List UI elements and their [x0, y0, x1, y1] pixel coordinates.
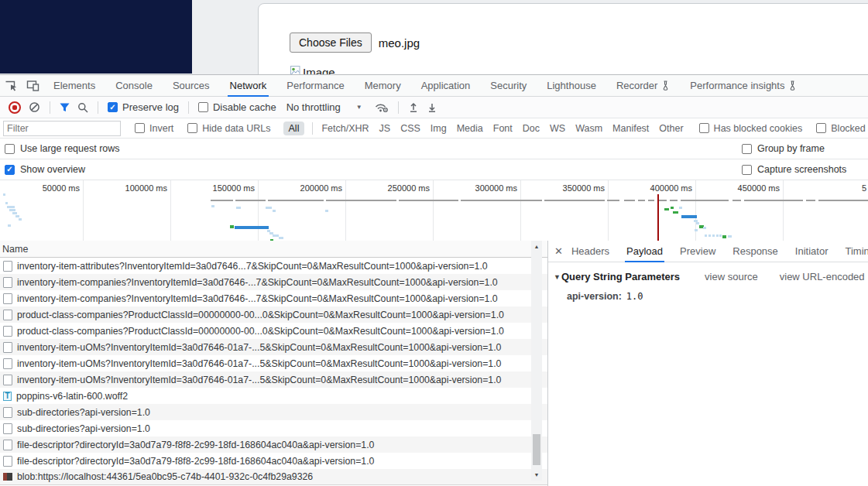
checkbox-unchecked[interactable] [5, 144, 15, 154]
checkbox-unchecked[interactable] [742, 165, 752, 175]
blocked-requests-checkbox[interactable]: Blocked Requests [816, 123, 868, 134]
tab-console[interactable]: Console [105, 75, 163, 96]
details-tab-headers[interactable]: Headers [563, 241, 618, 262]
inspect-element-icon[interactable] [0, 75, 22, 96]
capture-screenshots-label[interactable]: Capture screenshots [757, 164, 846, 175]
request-row[interactable]: inventory-item-uOMs?InventoryItemId=3a0d… [0, 371, 547, 388]
request-row[interactable]: product-class-companies?ProductClassId=0… [0, 323, 547, 339]
checkbox-unchecked[interactable] [816, 123, 826, 133]
request-row[interactable]: blob:https://localhost:44361/5ea0bc95-c7… [0, 469, 547, 485]
filter-type-all[interactable]: All [283, 122, 305, 135]
tab-memory[interactable]: Memory [355, 75, 411, 96]
tab-security[interactable]: Security [480, 75, 537, 96]
filter-type-manifest[interactable]: Manifest [612, 123, 649, 134]
request-row[interactable]: inventory-item-uOMs?InventoryItemId=3a0d… [0, 355, 547, 371]
details-tab-initiator[interactable]: Initiator [787, 241, 837, 262]
disable-cache-checkbox[interactable]: Disable cache [198, 101, 276, 113]
network-overview-timeline[interactable]: 50000 ms100000 ms150000 ms200000 ms25000… [0, 180, 868, 242]
invert-label[interactable]: Invert [149, 123, 173, 134]
checkbox-checked[interactable]: ✓ [108, 102, 118, 112]
waterfall-mark [681, 215, 697, 218]
view-url-encoded-link[interactable]: view URL-encoded [780, 271, 865, 282]
details-tab-preview[interactable]: Preview [671, 241, 724, 262]
device-toolbar-icon[interactable] [22, 75, 43, 96]
tab-network[interactable]: Network [220, 75, 277, 96]
use-large-request-rows-checkbox[interactable]: Use large request rows [5, 143, 120, 154]
checkbox-unchecked[interactable] [187, 123, 197, 133]
request-row[interactable]: inventory-item-uOMs?InventoryItemId=3a0d… [0, 339, 547, 355]
checkbox-unchecked[interactable] [135, 123, 145, 133]
scrollbar-thumb[interactable] [533, 434, 540, 465]
request-row[interactable]: product-class-companies?ProductClassId=0… [0, 306, 547, 323]
filter-type-fetch-xhr[interactable]: Fetch/XHR [321, 123, 369, 134]
group-by-frame-label[interactable]: Group by frame [757, 143, 825, 154]
hide-data-urls-checkbox[interactable]: Hide data URLs [187, 123, 270, 134]
filter-input[interactable] [3, 121, 121, 136]
preserve-log-label[interactable]: Preserve log [122, 101, 179, 113]
request-row[interactable]: file-descriptor?directoryId=3a0d7a79-f8f… [0, 436, 547, 453]
scroll-up-icon[interactable]: ▲ [531, 241, 542, 252]
request-row[interactable]: inventory-item-companies?InventoryItemId… [0, 290, 547, 306]
filter-type-media[interactable]: Media [457, 123, 483, 134]
details-tab-payload[interactable]: Payload [618, 241, 671, 262]
checkbox-unchecked[interactable] [742, 144, 752, 154]
filter-type-css[interactable]: CSS [400, 123, 420, 134]
disable-cache-label[interactable]: Disable cache [213, 101, 276, 113]
has-blocked-cookies-checkbox[interactable]: Has blocked cookies [699, 123, 803, 134]
request-row[interactable]: inventory-item-attributes?InventoryItemI… [0, 258, 547, 274]
filter-type-wasm[interactable]: Wasm [575, 123, 602, 134]
filter-type-doc[interactable]: Doc [523, 123, 540, 134]
view-source-link[interactable]: view source [705, 271, 758, 282]
invert-checkbox[interactable]: Invert [135, 123, 173, 134]
show-overview-label[interactable]: Show overview [20, 164, 85, 175]
network-conditions-icon[interactable] [374, 101, 389, 113]
tab-performance[interactable]: Performance [276, 75, 354, 96]
checkbox-unchecked[interactable] [198, 102, 208, 112]
close-icon[interactable]: ✕ [554, 245, 563, 257]
capture-screenshots-checkbox[interactable]: Capture screenshots [742, 164, 846, 175]
checkbox-checked[interactable]: ✓ [5, 165, 15, 175]
record-button[interactable] [9, 101, 21, 114]
use-large-request-rows-label[interactable]: Use large request rows [20, 143, 120, 154]
request-row[interactable]: inventory-item-companies?InventoryItemId… [0, 274, 547, 290]
checkbox-unchecked[interactable] [699, 123, 709, 133]
table-scrollbar[interactable]: ▲ ▼ [531, 241, 542, 481]
network-options-row-1: Use large request rows Group by frame [0, 139, 868, 159]
waterfall-mark [708, 234, 711, 237]
filter-type-js[interactable]: JS [379, 123, 391, 134]
preserve-log-checkbox[interactable]: ✓ Preserve log [108, 101, 179, 113]
details-tab-timing[interactable]: Timing [836, 241, 868, 262]
tab-application[interactable]: Application [411, 75, 481, 96]
blocked-requests-label[interactable]: Blocked Requests [831, 123, 868, 134]
clear-button[interactable] [29, 101, 40, 113]
name-column-header[interactable]: Name [0, 241, 547, 258]
scroll-down-icon[interactable]: ▼ [531, 470, 542, 480]
request-row[interactable]: sub-directories?api-version=1.0 [0, 404, 547, 420]
has-blocked-cookies-label[interactable]: Has blocked cookies [714, 123, 803, 134]
import-har-icon[interactable] [408, 102, 419, 113]
tab-lighthouse[interactable]: Lighthouse [537, 75, 606, 96]
request-row[interactable]: Tpoppins-v6-latin-600.woff2 [0, 388, 547, 404]
choose-files-button[interactable]: Choose Files [290, 33, 372, 53]
tab-elements[interactable]: Elements [43, 75, 105, 96]
section-title[interactable]: Query String Parameters [561, 271, 680, 282]
request-row[interactable]: file-descriptor?directoryId=3a0d7a79-f8f… [0, 453, 547, 469]
filter-type-ws[interactable]: WS [550, 123, 565, 134]
throttling-dropdown[interactable]: No throttling ▼ [286, 101, 362, 113]
filter-toggle-icon[interactable] [60, 103, 70, 112]
disclosure-triangle-icon[interactable]: ▼ [554, 273, 561, 281]
show-overview-checkbox[interactable]: ✓ Show overview [5, 164, 85, 175]
export-har-icon[interactable] [427, 102, 437, 113]
group-by-frame-checkbox[interactable]: Group by frame [742, 143, 825, 154]
devtools-tabbar: Elements Console Sources Network Perform… [0, 75, 868, 97]
filter-type-other[interactable]: Other [659, 123, 683, 134]
filter-type-img[interactable]: Img [431, 123, 447, 134]
tab-performance-insights[interactable]: Performance insights [680, 75, 807, 96]
search-icon[interactable] [77, 102, 88, 113]
details-tab-response[interactable]: Response [724, 241, 787, 262]
tab-sources[interactable]: Sources [163, 75, 220, 96]
hide-data-urls-label[interactable]: Hide data URLs [202, 123, 270, 134]
tab-recorder[interactable]: Recorder [606, 75, 680, 96]
filter-type-font[interactable]: Font [493, 123, 513, 134]
request-row[interactable]: sub-directories?api-version=1.0 [0, 420, 547, 436]
